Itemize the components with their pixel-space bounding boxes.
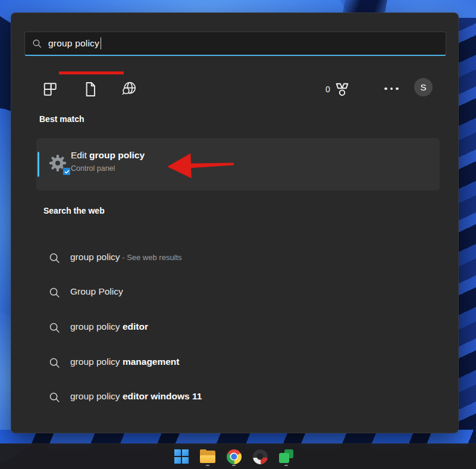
search-flyout-panel: group policy — [11, 12, 459, 433]
avatar-initial: S — [420, 82, 426, 92]
search-icon — [49, 392, 61, 404]
search-icon — [49, 252, 61, 264]
filter-apps-icon[interactable] — [41, 80, 59, 98]
filter-documents-icon[interactable] — [82, 80, 99, 98]
wallpaper-app-icon — [253, 449, 268, 464]
search-icon — [49, 357, 61, 369]
chrome-button[interactable] — [226, 446, 242, 467]
best-match-subtitle: Control panel — [71, 164, 115, 173]
best-match-result[interactable]: Edit group policy Control panel — [36, 138, 440, 190]
desktop-wallpaper: group policy — [0, 0, 476, 469]
search-icon — [32, 39, 42, 49]
file-explorer-icon — [200, 451, 215, 463]
suggestion-text: group policy editor windows 11 — [70, 391, 202, 402]
running-indicator — [206, 465, 209, 467]
suggestion-text: group policy editor — [70, 321, 148, 332]
taskbar — [0, 443, 476, 469]
avatar[interactable]: S — [414, 78, 433, 96]
selection-accent-bar — [37, 152, 39, 177]
rewards-medal-icon — [333, 80, 351, 98]
gpedit-gear-icon — [48, 154, 70, 175]
search-query-text: group policy — [48, 38, 99, 49]
search-icon — [49, 322, 61, 334]
rewards-points: 0 — [325, 85, 330, 94]
suggestion-text: group policy - See web results — [70, 252, 182, 262]
filter-web-icon[interactable] — [120, 80, 138, 98]
google-chat-icon — [279, 449, 293, 464]
suggestion-text: group policy management — [70, 357, 180, 367]
checkmark-badge-icon — [62, 167, 71, 176]
search-icon — [49, 287, 61, 299]
rewards-button[interactable]: 0 — [325, 79, 351, 99]
taskbar-icon-group — [174, 446, 295, 467]
suggestion-text: Group Policy — [70, 286, 123, 297]
running-indicator — [284, 465, 288, 467]
chrome-icon — [227, 449, 242, 464]
search-input[interactable]: group policy — [24, 32, 446, 56]
more-options-icon[interactable] — [377, 80, 406, 97]
running-indicator — [232, 465, 236, 467]
text-caret — [101, 37, 102, 49]
web-suggestion-row[interactable]: group policy editor — [11, 316, 459, 340]
best-match-header: Best match — [39, 114, 84, 124]
google-chat-button[interactable] — [278, 446, 295, 467]
file-explorer-button[interactable] — [200, 446, 216, 467]
wallpaper-app-button[interactable] — [252, 446, 268, 467]
best-match-title: Edit group policy — [71, 150, 145, 161]
web-suggestion-row[interactable]: Group Policy — [11, 281, 459, 305]
web-suggestion-row[interactable]: group policy editor windows 11 — [11, 386, 459, 409]
web-suggestion-row[interactable]: group policy - See web results — [11, 246, 459, 270]
annotation-arrow — [166, 149, 235, 179]
start-button[interactable] — [174, 446, 190, 467]
search-filter-row: 0 S — [11, 74, 459, 104]
web-suggestion-row[interactable]: group policy management — [11, 351, 459, 375]
windows-logo-icon — [174, 449, 189, 464]
search-the-web-header: Search the web — [43, 206, 105, 215]
